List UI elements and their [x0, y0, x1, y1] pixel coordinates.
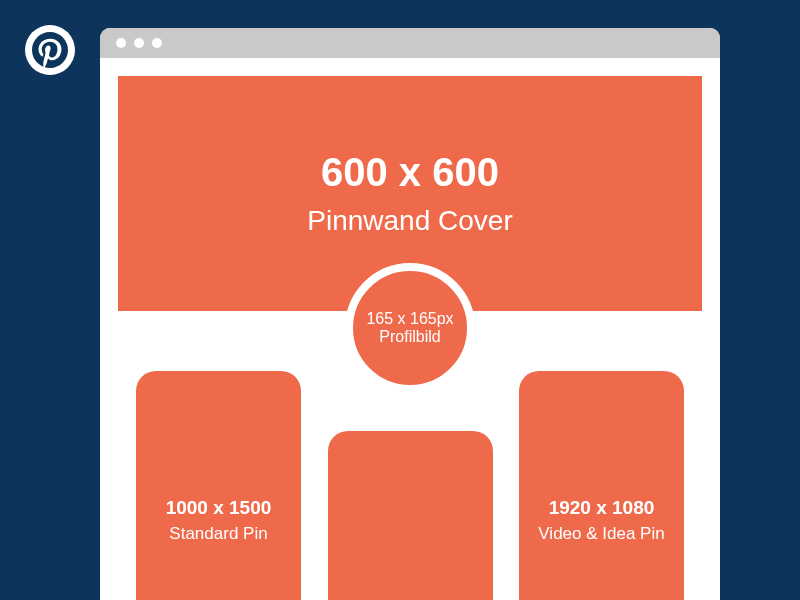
- browser-window: 600 x 600 Pinnwand Cover 165 x 165px Pro…: [100, 28, 720, 600]
- window-dot: [116, 38, 126, 48]
- video-pin-label: Video & Idea Pin: [538, 523, 664, 545]
- profilbild-circle: 165 x 165px Profilbild: [345, 263, 475, 393]
- cover-label: Pinnwand Cover: [307, 205, 512, 237]
- video-pin-block: 1920 x 1080 Video & Idea Pin: [519, 371, 684, 600]
- standard-pin-dimensions: 1000 x 1500: [166, 497, 272, 519]
- profile-label: Profilbild: [379, 328, 440, 346]
- window-dot: [134, 38, 144, 48]
- standard-pin-label: Standard Pin: [169, 523, 267, 545]
- cover-dimensions: 600 x 600: [321, 150, 499, 195]
- browser-titlebar: [100, 28, 720, 58]
- pinterest-logo-icon: [25, 25, 75, 75]
- center-pin-block: [328, 431, 493, 600]
- profile-dimensions: 165 x 165px: [366, 310, 453, 328]
- standard-pin-block: 1000 x 1500 Standard Pin: [136, 371, 301, 600]
- video-pin-dimensions: 1920 x 1080: [549, 497, 655, 519]
- window-dot: [152, 38, 162, 48]
